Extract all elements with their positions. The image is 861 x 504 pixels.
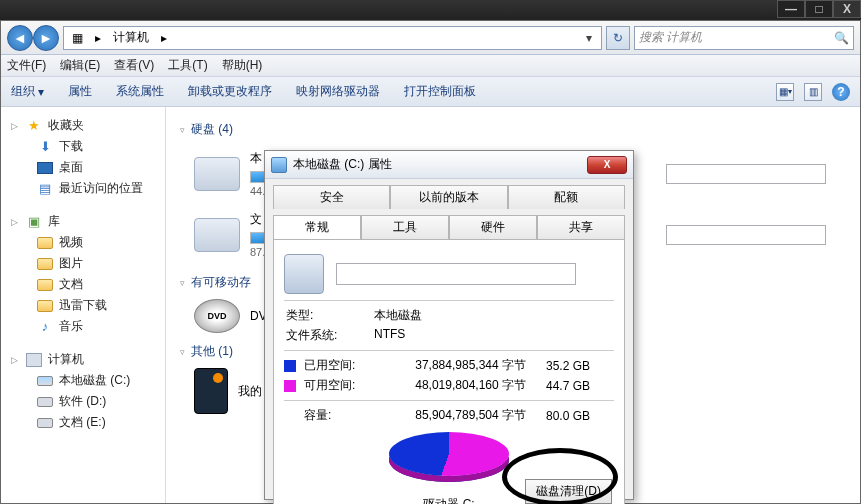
search-icon[interactable]: 🔍 [834, 31, 849, 45]
navigation-pane: ▷★收藏夹 ⬇下载 桌面 ▤最近访问的位置 ▷▣库 视频 图片 文档 迅雷下载 … [1, 107, 166, 503]
section-hard-disks[interactable]: ▿硬盘 (4) [180, 121, 846, 138]
tab-sharing[interactable]: 共享 [537, 215, 625, 239]
chevron-down-icon: ▾ [38, 85, 44, 99]
properties-button[interactable]: 属性 [68, 83, 92, 100]
search-input[interactable]: 搜索 计算机 🔍 [634, 26, 854, 50]
folder-icon [37, 237, 53, 249]
filesystem-label: 文件系统: [286, 327, 356, 344]
command-bar: 组织 ▾ 属性 系统属性 卸载或更改程序 映射网络驱动器 打开控制面板 ▦ ▾ … [1, 77, 860, 107]
view-options-button[interactable]: ▦ ▾ [776, 83, 794, 101]
tree-item-pictures[interactable]: 图片 [1, 253, 165, 274]
tab-row-bottom: 常规 工具 硬件 共享 [265, 209, 633, 239]
minimize-button[interactable]: — [777, 0, 805, 18]
drive-icon [194, 218, 240, 252]
star-icon: ★ [26, 118, 42, 134]
tab-security[interactable]: 安全 [273, 185, 390, 209]
menu-edit[interactable]: 编辑(E) [60, 57, 100, 74]
system-properties-button[interactable]: 系统属性 [116, 83, 164, 100]
device-name: 我的 [238, 383, 262, 400]
search-placeholder: 搜索 计算机 [639, 29, 702, 46]
properties-dialog: 本地磁盘 (C:) 属性 X 安全 以前的版本 配额 常规 工具 硬件 共享 类… [264, 150, 634, 500]
tree-item-music[interactable]: ♪音乐 [1, 316, 165, 337]
map-drive-button[interactable]: 映射网络驱动器 [296, 83, 380, 100]
dvd-icon: DVD [194, 299, 240, 333]
recent-icon: ▤ [37, 181, 53, 197]
organize-button[interactable]: 组织 ▾ [11, 83, 44, 100]
tab-general[interactable]: 常规 [273, 215, 361, 239]
tab-quota[interactable]: 配额 [508, 185, 625, 209]
drive-icon [37, 376, 53, 386]
menu-tools[interactable]: 工具(T) [168, 57, 207, 74]
computer-icon: ▦ [68, 31, 87, 45]
disk-cleanup-button[interactable]: 磁盘清理(D) [525, 479, 612, 504]
tree-item-downloads[interactable]: ⬇下载 [1, 136, 165, 157]
help-icon[interactable]: ? [832, 83, 850, 101]
breadcrumb-arrow-icon[interactable]: ▸ [157, 31, 171, 45]
capacity-label: 容量: [304, 407, 368, 424]
folder-icon [37, 300, 53, 312]
type-value: 本地磁盘 [374, 307, 422, 324]
disk-usage-pie-chart [389, 432, 509, 482]
refresh-button[interactable]: ↻ [606, 26, 630, 50]
folder-icon [37, 279, 53, 291]
tree-item-desktop[interactable]: 桌面 [1, 157, 165, 178]
control-panel-button[interactable]: 打开控制面板 [404, 83, 476, 100]
tree-item-xunlei[interactable]: 迅雷下载 [1, 295, 165, 316]
tree-item-videos[interactable]: 视频 [1, 232, 165, 253]
rename-input[interactable] [666, 225, 826, 245]
forward-button[interactable]: ► [33, 25, 59, 51]
type-label: 类型: [286, 307, 356, 324]
tree-item-drive-c[interactable]: 本地磁盘 (C:) [1, 370, 165, 391]
breadcrumb-dropdown-icon[interactable]: ▾ [581, 31, 597, 45]
music-icon: ♪ [37, 319, 53, 335]
free-color-swatch [284, 380, 296, 392]
download-icon: ⬇ [37, 139, 53, 155]
uninstall-button[interactable]: 卸载或更改程序 [188, 83, 272, 100]
rename-input[interactable] [666, 164, 826, 184]
tree-item-drive-e[interactable]: 文档 (E:) [1, 412, 165, 433]
free-space-gb: 44.7 GB [534, 379, 590, 393]
menu-view[interactable]: 查看(V) [114, 57, 154, 74]
drive-label-input[interactable] [336, 263, 576, 285]
tree-item-drive-d[interactable]: 软件 (D:) [1, 391, 165, 412]
tree-computer[interactable]: ▷计算机 [1, 349, 165, 370]
tab-tools[interactable]: 工具 [361, 215, 449, 239]
used-color-swatch [284, 360, 296, 372]
drive-icon [194, 157, 240, 191]
desktop-icon [37, 162, 53, 174]
used-space-gb: 35.2 GB [534, 359, 590, 373]
maximize-button[interactable]: □ [805, 0, 833, 18]
phone-icon [194, 368, 228, 414]
tree-item-documents[interactable]: 文档 [1, 274, 165, 295]
library-icon: ▣ [26, 214, 42, 230]
dialog-titlebar[interactable]: 本地磁盘 (C:) 属性 X [265, 151, 633, 179]
close-button[interactable]: X [833, 0, 861, 18]
folder-icon [37, 258, 53, 270]
drive-large-icon [284, 254, 324, 294]
tree-item-recent[interactable]: ▤最近访问的位置 [1, 178, 165, 199]
collapse-icon: ▿ [180, 278, 185, 288]
back-button[interactable]: ◄ [7, 25, 33, 51]
tab-previous-versions[interactable]: 以前的版本 [390, 185, 507, 209]
dialog-close-button[interactable]: X [587, 156, 627, 174]
tab-row-top: 安全 以前的版本 配额 [265, 179, 633, 209]
filesystem-value: NTFS [374, 327, 405, 344]
free-space-label: 可用空间: [304, 377, 368, 394]
tree-favorites[interactable]: ▷★收藏夹 [1, 115, 165, 136]
computer-icon [26, 353, 42, 367]
menu-help[interactable]: 帮助(H) [222, 57, 263, 74]
drive-icon [37, 397, 53, 407]
capacity-bytes: 85,904,789,504 字节 [376, 407, 526, 424]
tree-libraries[interactable]: ▷▣库 [1, 211, 165, 232]
preview-pane-button[interactable]: ▥ [804, 83, 822, 101]
breadcrumb-bar[interactable]: ▦ ▸ 计算机 ▸ ▾ [63, 26, 602, 50]
taskbar-strip [0, 0, 861, 20]
drive-icon [37, 418, 53, 428]
free-space-bytes: 48,019,804,160 字节 [376, 377, 526, 394]
dialog-title: 本地磁盘 (C:) 属性 [293, 156, 392, 173]
capacity-gb: 80.0 GB [534, 409, 590, 423]
breadcrumb-arrow-icon[interactable]: ▸ [91, 31, 105, 45]
breadcrumb-item[interactable]: 计算机 [109, 29, 153, 46]
tab-hardware[interactable]: 硬件 [449, 215, 537, 239]
menu-file[interactable]: 文件(F) [7, 57, 46, 74]
